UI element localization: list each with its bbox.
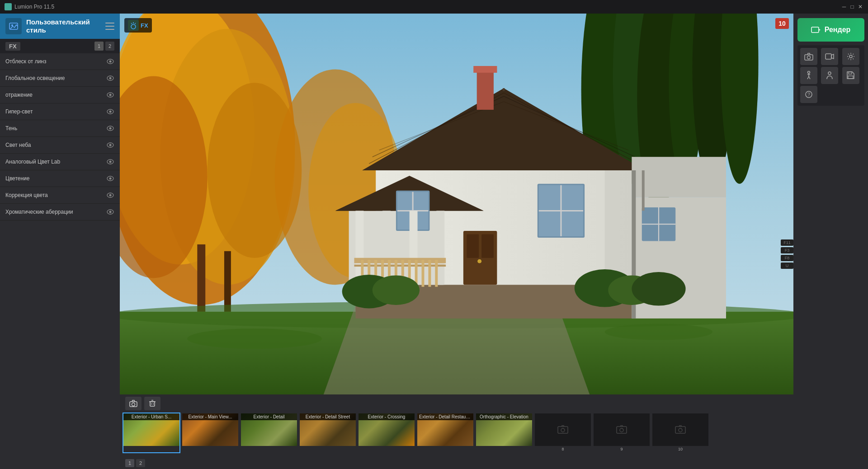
video-tool-button[interactable] [821,48,838,65]
fx-item-гипер-свет[interactable]: Гипер-свет [0,103,120,120]
fx-item-отражение[interactable]: отражение [0,87,120,103]
svg-rect-98 [150,402,155,406]
svg-point-7 [109,94,112,96]
minimize-button[interactable]: ─ [841,4,847,10]
f11-key[interactable]: F11 [781,239,793,246]
f3-key[interactable]: F3 [781,247,793,253]
fx-item-коррекция-цвета[interactable]: Коррекция цвета [0,187,120,204]
walk-tool-button[interactable] [800,67,817,84]
delete-button[interactable] [144,397,160,410]
maximize-button[interactable]: □ [849,4,855,10]
fx-eye-icon[interactable] [106,141,114,149]
svg-point-9 [109,111,112,113]
function-keys-sidebar: F11 F3 F8 U [781,239,793,269]
svg-point-97 [132,403,135,406]
film-slot-10[interactable]: 10 [651,413,709,453]
fx-item-отблеск-от-линз[interactable]: Отблеск от линз [0,53,120,70]
camera-tool-button[interactable] [800,48,817,65]
fx-eye-icon[interactable] [106,91,114,99]
fx-item-цветение[interactable]: Цветение [0,170,120,187]
svg-line-95 [135,23,136,24]
svg-point-90 [187,328,322,349]
svg-rect-73 [435,260,438,287]
fx-eye-icon[interactable] [106,57,114,66]
svg-line-94 [131,23,132,24]
style-name: Пользовательский стиль [26,18,90,34]
svg-point-106 [620,428,623,432]
film-slot-2[interactable]: Exterior - Main View... [181,413,239,453]
help-tool-button[interactable]: ? [800,86,817,103]
film-slot-9[interactable]: 9 [593,413,651,453]
fx-eye-icon[interactable] [106,158,114,166]
svg-rect-47 [473,66,497,73]
fx-eye-icon[interactable] [106,208,114,216]
page-1-indicator[interactable]: 1 [125,459,134,467]
fx-header: FX 1 2 [0,39,120,53]
fx-items-list: Отблеск от линз Глобальное освещение отр… [0,53,120,220]
hamburger-menu[interactable] [105,22,114,31]
camera-button[interactable] [125,397,142,410]
panel-header: Пользовательский стиль [0,14,120,39]
person-tool-button[interactable] [821,67,838,84]
fx-eye-icon[interactable] [106,108,114,116]
film-slot-3[interactable]: Exterior - Detail [240,413,298,453]
style-icon [5,18,22,34]
film-slot-6[interactable]: Exterior - Detail Restaurant [416,413,474,453]
film-slot-1[interactable]: Exterior - Urban S... [123,413,180,453]
svg-rect-46 [477,70,494,110]
svg-rect-112 [826,54,831,59]
svg-point-113 [849,55,852,58]
svg-point-104 [561,428,565,432]
fx-overlay-label: FX [141,22,148,29]
render-button[interactable]: Рендер [797,18,864,42]
page-indicators[interactable]: 1 2 [120,457,793,469]
svg-rect-84 [642,170,645,211]
filmstrip-toolbar [120,394,793,413]
film-slot-5[interactable]: Exterior - Crossing [358,413,415,453]
svg-text:?: ? [807,92,810,97]
house-scene-svg [120,14,793,394]
fx-item-глобальное-освещение[interactable]: Глобальное освещение [0,70,120,87]
svg-rect-43 [605,170,632,285]
film-slot-8[interactable]: 8 [534,413,592,453]
viewport: FX 10 [120,14,793,394]
fx-eye-icon[interactable] [106,74,114,82]
svg-point-21 [109,211,112,213]
title-bar: Lumion Pro 11.5 ─ □ ✕ [0,0,868,14]
svg-point-111 [807,56,810,59]
svg-point-19 [109,194,112,197]
fx-eye-icon[interactable] [106,174,114,183]
fx-item-аналоговый-цвет-lab[interactable]: Аналоговый Цвет Lab [0,154,120,170]
fx-item-хроматические-аберрации[interactable]: Хроматические аберрации [0,204,120,220]
svg-point-15 [109,161,112,163]
bottom-toolbar: ? [797,45,864,106]
fx-item-тень[interactable]: Тень [0,120,120,137]
window-controls[interactable]: ─ □ ✕ [841,4,863,10]
svg-rect-35 [224,251,231,312]
fx-eye-icon[interactable] [106,124,114,132]
page-2-indicator[interactable]: 2 [136,459,145,467]
fx-section: FX 1 2 Отблеск от линз Глобальное освеще… [0,39,120,220]
fx-viewport-button[interactable]: FX [124,18,152,33]
main-layout: Пользовательский стиль FX 1 2 Отблеск от… [0,14,868,469]
fx-page-2[interactable]: 2 [105,42,114,51]
u-key[interactable]: U [781,263,793,269]
fx-eye-icon[interactable] [106,191,114,199]
fx-item-свет-неба[interactable]: Свет неба [0,137,120,154]
film-slot-7[interactable]: Orthographic - Elevation [475,413,533,453]
close-button[interactable]: ✕ [857,4,863,10]
fx-page-1[interactable]: 1 [94,42,104,51]
fx-page-controls[interactable]: 1 2 [94,42,114,51]
svg-point-108 [679,428,682,432]
center-area: FX 10 [120,14,793,469]
fx-label: FX [5,42,20,51]
svg-rect-72 [428,260,431,287]
f8-key[interactable]: F8 [781,255,793,261]
svg-point-92 [131,24,136,29]
svg-point-91 [605,324,712,340]
film-slot-4[interactable]: Exterior - Detail Street [299,413,357,453]
settings-tool-button[interactable] [842,48,859,65]
shot-number: 10 [775,18,789,29]
svg-point-5 [109,77,112,80]
save-tool-button[interactable] [842,67,859,84]
